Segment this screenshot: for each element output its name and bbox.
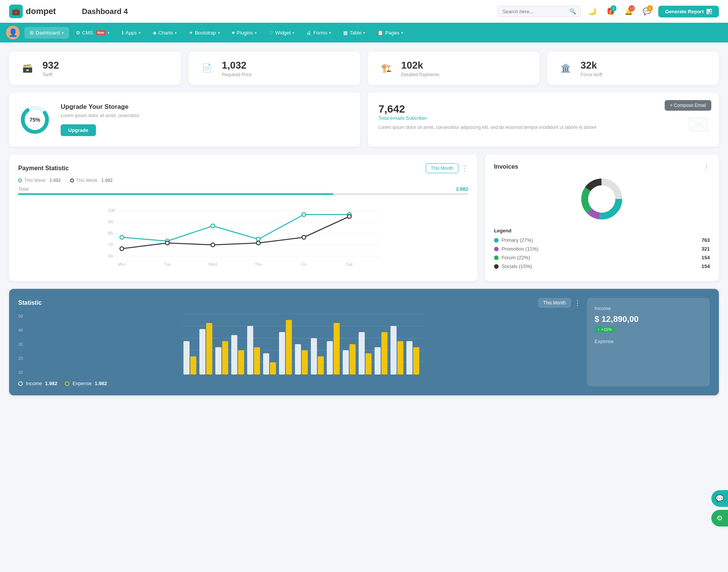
legend-label-1: This Week — [76, 178, 97, 183]
svg-rect-68 — [406, 341, 413, 375]
legend-socials: Socials (15%) 154 — [494, 263, 710, 269]
search-icon: 🔍 — [570, 8, 576, 14]
chevron-down-icon-apps: ▾ — [139, 31, 141, 35]
statistic-this-month-filter[interactable]: This Month — [538, 298, 571, 308]
page-title: Dashboard 4 — [82, 7, 491, 16]
income-dot — [18, 381, 23, 386]
svg-text:Tue: Tue — [164, 262, 171, 266]
svg-rect-61 — [350, 344, 356, 375]
svg-text:100: 100 — [108, 208, 115, 213]
apps-icon: ℹ — [122, 30, 124, 36]
gift-icon-btn[interactable]: 🎁 2 — [604, 5, 617, 18]
nav-item-table[interactable]: ▦ Table ▾ — [338, 27, 370, 39]
generate-report-button[interactable]: Generate Report 📊 — [658, 6, 719, 17]
legend-dot-dark — [70, 179, 74, 182]
nav-label-forms: Forms — [313, 30, 327, 36]
y-label-10: 10 — [18, 370, 23, 375]
svg-rect-69 — [413, 347, 419, 375]
email-envelope-icon: ✉ — [687, 109, 710, 141]
svg-rect-62 — [359, 332, 365, 375]
chevron-down-icon-cms: ▾ — [108, 31, 110, 35]
payment-line-chart: 100 90 80 70 60 — [18, 199, 468, 269]
force-tariff-label: Force tariff — [581, 72, 602, 77]
nav-item-bootstrap[interactable]: ✦ Bootstrap ▾ — [184, 27, 225, 39]
chat-icon-btn[interactable]: 💬 5 — [640, 5, 654, 18]
nav-label-plugins: Plugins — [237, 30, 253, 36]
bar-chart-svg — [26, 314, 581, 375]
income-panel: Income $ 12,890,00 ↑ +15% Expense — [587, 298, 710, 386]
income-value: 1.982 — [45, 381, 58, 386]
arrow-up-icon: ↑ — [598, 327, 600, 332]
payment-more-options[interactable]: ⋮ — [461, 165, 468, 172]
storage-percent: 75% — [30, 117, 40, 123]
svg-rect-42 — [199, 329, 206, 375]
income-label: Income — [26, 381, 42, 386]
svg-rect-56 — [311, 338, 317, 375]
search-input[interactable] — [502, 9, 566, 14]
logo-text: dompet — [26, 6, 56, 16]
svg-text:90: 90 — [108, 219, 113, 224]
nav-label-table: Table — [350, 30, 361, 36]
invoices-more-options[interactable]: ⋮ — [703, 163, 710, 170]
svg-point-16 — [302, 213, 306, 216]
legend-val-socials: 154 — [701, 263, 710, 269]
header-right: 🔍 🌙 🎁 2 🔔 12 💬 5 Generate Report 📊 — [497, 5, 719, 18]
y-axis-labels: 50 40 30 20 10 — [18, 314, 23, 375]
statistic-chart-area: Statistic This Month ⋮ 50 40 30 20 10 — [18, 298, 581, 386]
legend-promotion: Promotion (11%) 321 — [494, 246, 710, 252]
email-subtitle: Total emails Subcriber. — [378, 115, 708, 121]
required-price-label: Required Price — [222, 72, 252, 77]
svg-rect-54 — [295, 344, 301, 375]
storage-card: 75% Upgrade Your Storage Lorem ipsum dol… — [9, 92, 360, 147]
svg-rect-48 — [247, 326, 253, 375]
nav-item-dashboard[interactable]: ⊞ Dashboard ▾ — [24, 27, 69, 39]
y-label-50: 50 — [18, 314, 23, 318]
expense-dot — [65, 381, 69, 386]
dark-mode-toggle[interactable]: 🌙 — [585, 5, 599, 18]
svg-rect-59 — [334, 323, 340, 375]
tariff-number: 932 — [42, 60, 59, 71]
svg-rect-45 — [222, 341, 228, 375]
svg-text:60: 60 — [108, 254, 113, 258]
income-badge-value: +15% — [601, 327, 612, 332]
search-box[interactable]: 🔍 — [497, 6, 581, 17]
income-panel-badge: ↑ +15% — [595, 326, 615, 332]
legend-label-primary: Primary (27%) — [502, 237, 533, 243]
nav-item-cms[interactable]: ⚙ CMS New ▾ — [71, 27, 115, 39]
svg-rect-53 — [286, 320, 292, 375]
force-tariff-number: 32k — [581, 60, 602, 71]
main-content: 🗃️ 932 Tariff 📄 1,032 Required Price 🏗️ … — [0, 42, 728, 404]
svg-text:Wed: Wed — [209, 262, 217, 266]
nav-item-widget[interactable]: ♡ Widget ▾ — [264, 27, 300, 39]
this-month-filter[interactable]: This Month — [426, 163, 458, 173]
payment-total-row: Total 3.982 — [18, 186, 468, 192]
upgrade-button[interactable]: Upgrade — [61, 124, 96, 136]
payment-total-label: Total — [18, 186, 28, 192]
statistic-more-options[interactable]: ⋮ — [574, 299, 581, 306]
nav-item-charts[interactable]: ◈ Charts ▾ — [147, 27, 182, 39]
payment-filters: This Month ⋮ — [426, 163, 468, 173]
svg-rect-65 — [381, 332, 388, 375]
cms-icon: ⚙ — [76, 30, 80, 36]
nav-item-pages[interactable]: 📋 Pages ▾ — [372, 27, 408, 39]
nav-avatar: 👤 — [6, 26, 20, 39]
nav-item-plugins[interactable]: ♥ Plugins ▾ — [227, 27, 262, 39]
payment-progress-bar — [18, 193, 468, 195]
tariff-icon: 🗃️ — [18, 59, 36, 77]
invoices-header: Invoices ⋮ — [494, 163, 710, 170]
bell-icon-btn[interactable]: 🔔 12 — [622, 5, 635, 18]
nav-item-forms[interactable]: 🖨 Forms ▾ — [301, 27, 336, 39]
legend-val-primary: 763 — [701, 237, 710, 243]
svg-rect-49 — [254, 347, 260, 375]
legend-val-promotion: 321 — [701, 246, 710, 252]
svg-rect-41 — [190, 356, 196, 375]
invoices-card: Invoices ⋮ Legend — [485, 154, 719, 281]
legend-color-socials — [494, 264, 499, 269]
nav-item-apps[interactable]: ℹ Apps ▾ — [116, 27, 146, 39]
statistic-bottom-legend: Income 1.982 Expense 1.982 — [18, 381, 581, 386]
svg-text:Fri: Fri — [301, 262, 306, 266]
dashboard-icon: ⊞ — [30, 30, 34, 36]
income-panel-title: Income — [595, 306, 702, 311]
svg-text:80: 80 — [108, 231, 113, 235]
stat-cards-row: 🗃️ 932 Tariff 📄 1,032 Required Price 🏗️ … — [9, 52, 719, 85]
